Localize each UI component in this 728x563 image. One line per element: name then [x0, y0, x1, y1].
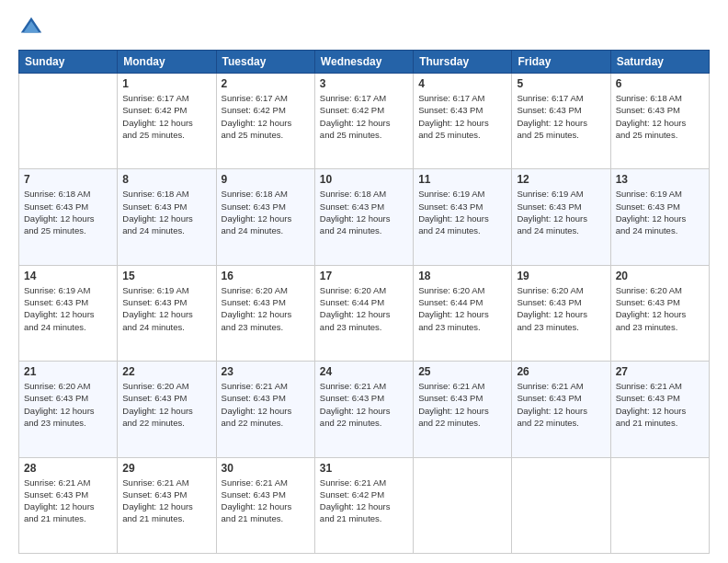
calendar-cell: 24Sunrise: 6:21 AM Sunset: 6:43 PM Dayli…	[314, 362, 413, 457]
calendar-cell: 3Sunrise: 6:17 AM Sunset: 6:42 PM Daylig…	[314, 74, 413, 169]
day-number: 7	[24, 173, 112, 186]
calendar-cell: 9Sunrise: 6:18 AM Sunset: 6:43 PM Daylig…	[216, 169, 314, 265]
day-number: 2	[222, 77, 310, 90]
day-details: Sunrise: 6:19 AM Sunset: 6:43 PM Dayligh…	[616, 188, 704, 236]
calendar-cell: 31Sunrise: 6:21 AM Sunset: 6:42 PM Dayli…	[314, 457, 413, 553]
calendar-cell: 8Sunrise: 6:18 AM Sunset: 6:43 PM Daylig…	[118, 169, 216, 265]
calendar-cell: 15Sunrise: 6:19 AM Sunset: 6:43 PM Dayli…	[118, 265, 216, 361]
calendar-cell: 13Sunrise: 6:19 AM Sunset: 6:43 PM Dayli…	[610, 169, 709, 265]
day-details: Sunrise: 6:21 AM Sunset: 6:43 PM Dayligh…	[222, 477, 310, 525]
day-number: 21	[24, 365, 112, 378]
day-details: Sunrise: 6:20 AM Sunset: 6:43 PM Dayligh…	[616, 284, 704, 333]
logo	[18, 15, 48, 40]
day-number: 20	[616, 270, 704, 282]
calendar-cell: 11Sunrise: 6:19 AM Sunset: 6:43 PM Dayli…	[414, 169, 512, 265]
day-number: 5	[517, 77, 605, 90]
day-details: Sunrise: 6:18 AM Sunset: 6:43 PM Dayligh…	[122, 188, 210, 236]
calendar-cell: 20Sunrise: 6:20 AM Sunset: 6:43 PM Dayli…	[610, 265, 709, 361]
day-number: 1	[122, 77, 210, 90]
day-of-week-header: Monday	[118, 51, 216, 74]
day-number: 24	[320, 365, 408, 378]
calendar-cell	[414, 457, 512, 553]
day-details: Sunrise: 6:17 AM Sunset: 6:42 PM Dayligh…	[122, 92, 210, 141]
day-details: Sunrise: 6:18 AM Sunset: 6:43 PM Dayligh…	[320, 188, 408, 236]
calendar-cell: 25Sunrise: 6:21 AM Sunset: 6:43 PM Dayli…	[414, 362, 512, 457]
day-number: 31	[320, 462, 408, 475]
day-details: Sunrise: 6:21 AM Sunset: 6:43 PM Dayligh…	[616, 380, 704, 429]
day-details: Sunrise: 6:21 AM Sunset: 6:43 PM Dayligh…	[122, 477, 210, 525]
day-of-week-header: Tuesday	[216, 51, 314, 74]
calendar-cell: 27Sunrise: 6:21 AM Sunset: 6:43 PM Dayli…	[610, 362, 709, 457]
calendar-cell: 4Sunrise: 6:17 AM Sunset: 6:43 PM Daylig…	[414, 74, 512, 169]
day-number: 13	[616, 173, 704, 186]
day-details: Sunrise: 6:21 AM Sunset: 6:42 PM Dayligh…	[320, 477, 408, 525]
day-details: Sunrise: 6:19 AM Sunset: 6:43 PM Dayligh…	[418, 188, 506, 236]
day-number: 30	[222, 462, 310, 475]
day-of-week-header: Wednesday	[314, 51, 413, 74]
day-number: 17	[320, 270, 408, 282]
day-details: Sunrise: 6:20 AM Sunset: 6:44 PM Dayligh…	[418, 284, 506, 333]
day-number: 12	[517, 173, 605, 186]
day-of-week-header: Thursday	[414, 51, 512, 74]
calendar-cell: 6Sunrise: 6:18 AM Sunset: 6:43 PM Daylig…	[610, 74, 709, 169]
calendar-cell: 18Sunrise: 6:20 AM Sunset: 6:44 PM Dayli…	[414, 265, 512, 361]
calendar-cell: 21Sunrise: 6:20 AM Sunset: 6:43 PM Dayli…	[19, 362, 118, 457]
calendar-cell: 12Sunrise: 6:19 AM Sunset: 6:43 PM Dayli…	[512, 169, 610, 265]
calendar-cell: 10Sunrise: 6:18 AM Sunset: 6:43 PM Dayli…	[314, 169, 413, 265]
calendar-cell	[19, 74, 118, 169]
calendar-cell: 23Sunrise: 6:21 AM Sunset: 6:43 PM Dayli…	[216, 362, 314, 457]
day-details: Sunrise: 6:18 AM Sunset: 6:43 PM Dayligh…	[222, 188, 310, 236]
day-details: Sunrise: 6:18 AM Sunset: 6:43 PM Dayligh…	[24, 188, 112, 236]
day-details: Sunrise: 6:17 AM Sunset: 6:42 PM Dayligh…	[320, 92, 408, 141]
day-number: 14	[24, 270, 112, 282]
day-number: 11	[418, 173, 506, 186]
day-number: 3	[320, 77, 408, 90]
day-details: Sunrise: 6:21 AM Sunset: 6:43 PM Dayligh…	[320, 380, 408, 429]
day-number: 4	[418, 77, 506, 90]
calendar-table: SundayMondayTuesdayWednesdayThursdayFrid…	[18, 50, 710, 554]
day-number: 23	[222, 365, 310, 378]
day-of-week-header: Sunday	[19, 51, 118, 74]
calendar-cell: 1Sunrise: 6:17 AM Sunset: 6:42 PM Daylig…	[118, 74, 216, 169]
day-details: Sunrise: 6:20 AM Sunset: 6:43 PM Dayligh…	[122, 380, 210, 429]
calendar-week-row: 1Sunrise: 6:17 AM Sunset: 6:42 PM Daylig…	[19, 74, 710, 169]
calendar-cell	[512, 457, 610, 553]
day-number: 15	[122, 270, 210, 282]
calendar-cell: 22Sunrise: 6:20 AM Sunset: 6:43 PM Dayli…	[118, 362, 216, 457]
calendar-cell: 16Sunrise: 6:20 AM Sunset: 6:43 PM Dayli…	[216, 265, 314, 361]
day-details: Sunrise: 6:20 AM Sunset: 6:44 PM Dayligh…	[320, 284, 408, 333]
calendar-cell: 5Sunrise: 6:17 AM Sunset: 6:43 PM Daylig…	[512, 74, 610, 169]
day-number: 16	[222, 270, 310, 282]
day-details: Sunrise: 6:20 AM Sunset: 6:43 PM Dayligh…	[222, 284, 310, 333]
day-number: 27	[616, 365, 704, 378]
header	[18, 15, 710, 40]
calendar-week-row: 21Sunrise: 6:20 AM Sunset: 6:43 PM Dayli…	[19, 362, 710, 457]
day-number: 18	[418, 270, 506, 282]
calendar-cell: 30Sunrise: 6:21 AM Sunset: 6:43 PM Dayli…	[216, 457, 314, 553]
calendar-header-row: SundayMondayTuesdayWednesdayThursdayFrid…	[19, 51, 710, 74]
logo-icon	[18, 15, 44, 40]
day-details: Sunrise: 6:19 AM Sunset: 6:43 PM Dayligh…	[24, 284, 112, 333]
calendar-cell: 17Sunrise: 6:20 AM Sunset: 6:44 PM Dayli…	[314, 265, 413, 361]
calendar-cell: 28Sunrise: 6:21 AM Sunset: 6:43 PM Dayli…	[19, 457, 118, 553]
day-number: 6	[616, 77, 704, 90]
day-details: Sunrise: 6:21 AM Sunset: 6:43 PM Dayligh…	[418, 380, 506, 429]
calendar-cell: 19Sunrise: 6:20 AM Sunset: 6:43 PM Dayli…	[512, 265, 610, 361]
day-details: Sunrise: 6:17 AM Sunset: 6:42 PM Dayligh…	[222, 92, 310, 141]
day-details: Sunrise: 6:17 AM Sunset: 6:43 PM Dayligh…	[418, 92, 506, 141]
day-of-week-header: Friday	[512, 51, 610, 74]
day-details: Sunrise: 6:17 AM Sunset: 6:43 PM Dayligh…	[517, 92, 605, 141]
day-details: Sunrise: 6:21 AM Sunset: 6:43 PM Dayligh…	[24, 477, 112, 525]
day-number: 19	[517, 270, 605, 282]
day-details: Sunrise: 6:19 AM Sunset: 6:43 PM Dayligh…	[122, 284, 210, 333]
calendar-cell: 14Sunrise: 6:19 AM Sunset: 6:43 PM Dayli…	[19, 265, 118, 361]
day-details: Sunrise: 6:21 AM Sunset: 6:43 PM Dayligh…	[517, 380, 605, 429]
calendar-week-row: 7Sunrise: 6:18 AM Sunset: 6:43 PM Daylig…	[19, 169, 710, 265]
day-number: 25	[418, 365, 506, 378]
day-number: 9	[222, 173, 310, 186]
calendar-cell: 26Sunrise: 6:21 AM Sunset: 6:43 PM Dayli…	[512, 362, 610, 457]
day-number: 26	[517, 365, 605, 378]
day-details: Sunrise: 6:18 AM Sunset: 6:43 PM Dayligh…	[616, 92, 704, 141]
calendar-cell: 29Sunrise: 6:21 AM Sunset: 6:43 PM Dayli…	[118, 457, 216, 553]
calendar-cell: 2Sunrise: 6:17 AM Sunset: 6:42 PM Daylig…	[216, 74, 314, 169]
